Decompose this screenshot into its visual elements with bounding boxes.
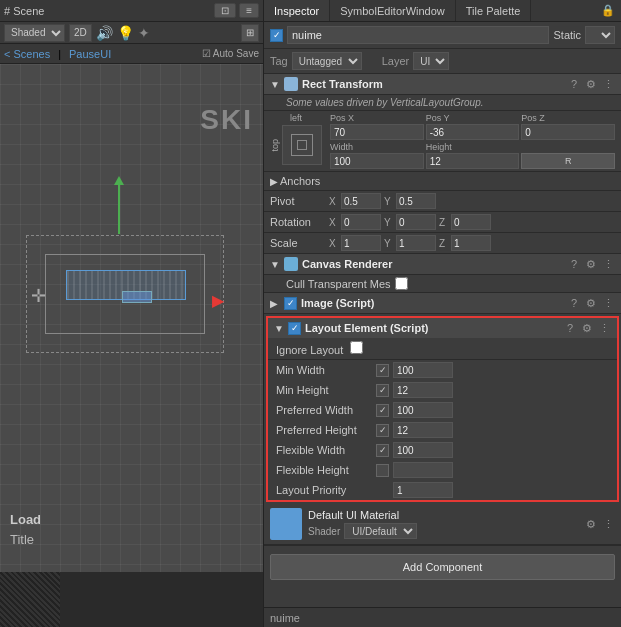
tag-dropdown[interactable]: Untagged	[292, 52, 362, 70]
pos-x-field: Pos X	[330, 113, 424, 140]
layout-element-header[interactable]: ▼ Layout Element (Script) ? ⚙ ⋮	[268, 318, 617, 338]
flexible-width-input[interactable]	[393, 442, 453, 458]
canvas-renderer-header[interactable]: ▼ Canvas Renderer ? ⚙ ⋮	[264, 254, 621, 275]
flexible-height-row: Flexible Height	[268, 460, 617, 480]
image-script-more-icon[interactable]: ⋮	[601, 296, 615, 310]
left-panel: # Scene ⊡ ≡ Shaded 2D 🔊 💡 ✦ ⊞ < Scenes |…	[0, 0, 263, 627]
transform-handle[interactable]: ✛	[31, 285, 46, 307]
pivot-y-label: Y	[384, 196, 394, 207]
layout-element-checkbox[interactable]	[288, 322, 301, 335]
r-button[interactable]: R	[521, 153, 615, 169]
min-height-checkbox[interactable]	[376, 384, 389, 397]
object-inner-rect[interactable]	[66, 270, 186, 300]
r-spacer	[521, 142, 615, 152]
speaker-icon: 🔊	[96, 25, 113, 41]
material-more-icon[interactable]: ⋮	[601, 517, 615, 531]
rect-transform-header[interactable]: ▼ Rect Transform ? ⚙ ⋮	[264, 74, 621, 95]
driven-message: Some values driven by VerticalLayoutGrou…	[264, 95, 621, 111]
pos-z-input[interactable]	[521, 124, 615, 140]
bottom-label-load: Load	[10, 512, 41, 527]
pos-x-input[interactable]	[330, 124, 424, 140]
scale-x-input[interactable]	[341, 235, 381, 251]
image-script-info-icon[interactable]: ?	[567, 296, 581, 310]
pivot-x-label: X	[329, 196, 339, 207]
scale-fields: X Y Z	[329, 235, 615, 251]
flexible-height-label: Flexible Height	[276, 464, 376, 476]
auto-save-checkbox[interactable]: ☑ Auto Save	[202, 48, 259, 59]
2d-button[interactable]: 2D	[69, 24, 92, 42]
scene-object-container[interactable]: ✛ ▶	[45, 254, 205, 334]
ski-label: SKI	[200, 104, 253, 136]
width-input[interactable]	[330, 153, 424, 169]
maximize-button[interactable]: ⊡	[214, 3, 236, 18]
canvas-renderer-info-icon[interactable]: ?	[567, 257, 581, 271]
min-width-checkbox[interactable]	[376, 364, 389, 377]
static-dropdown[interactable]	[585, 26, 615, 44]
pivot-x-input[interactable]	[341, 193, 381, 209]
material-icon	[270, 508, 302, 540]
rect-transform-more-icon[interactable]: ⋮	[601, 77, 615, 91]
preferred-height-input[interactable]	[393, 422, 453, 438]
image-script-header[interactable]: ▶ Image (Script) ? ⚙ ⋮	[264, 293, 621, 314]
height-input[interactable]	[426, 153, 520, 169]
object-name-input[interactable]	[287, 26, 549, 44]
min-height-label: Min Height	[276, 384, 376, 396]
scale-y-input[interactable]	[396, 235, 436, 251]
canvas-renderer-settings-icon[interactable]: ⚙	[584, 257, 598, 271]
pos-y-input[interactable]	[426, 124, 520, 140]
layer-label: Layer	[382, 55, 410, 67]
ignore-layout-checkbox[interactable]	[350, 341, 363, 354]
pivot-y-input[interactable]	[396, 193, 436, 209]
flexible-width-row: Flexible Width	[268, 440, 617, 460]
ignore-layout-label: Ignore Layout	[276, 344, 343, 356]
rotation-z-label: Z	[439, 217, 449, 228]
scenes-link[interactable]: < Scenes	[4, 48, 50, 60]
shading-dropdown[interactable]: Shaded	[4, 24, 65, 42]
min-height-input[interactable]	[393, 382, 453, 398]
rotation-x-input[interactable]	[341, 214, 381, 230]
rotation-z-input[interactable]	[451, 214, 491, 230]
tab-symbol-editor[interactable]: SymbolEditorWindow	[330, 0, 456, 21]
preferred-width-checkbox[interactable]	[376, 404, 389, 417]
flexible-height-checkbox[interactable]	[376, 464, 389, 477]
pause-ui-link[interactable]: PauseUI	[69, 48, 111, 60]
rotation-row: Rotation X Y Z	[264, 212, 621, 233]
pos-x-label: Pos X	[330, 113, 424, 123]
cull-label: Cull Transparent Mes	[286, 278, 391, 290]
layout-element-more-icon[interactable]: ⋮	[597, 321, 611, 335]
layout-element-info-icon[interactable]: ?	[563, 321, 577, 335]
shader-dropdown[interactable]: UI/Default	[344, 523, 417, 539]
tab-tile-palette[interactable]: Tile Palette	[456, 0, 532, 21]
menu-button[interactable]: ≡	[239, 3, 259, 18]
tab-inspector[interactable]: Inspector	[264, 0, 330, 21]
nuime-bottom-bar: nuime	[264, 607, 621, 627]
scale-z-input[interactable]	[451, 235, 491, 251]
image-script-checkbox[interactable]	[284, 297, 297, 310]
flexible-height-input[interactable]	[393, 462, 453, 478]
min-width-input[interactable]	[393, 362, 453, 378]
rotation-y-input[interactable]	[396, 214, 436, 230]
layer-dropdown[interactable]: UI	[413, 52, 449, 70]
preferred-width-input[interactable]	[393, 402, 453, 418]
layout-priority-input[interactable]	[393, 482, 453, 498]
preferred-height-checkbox[interactable]	[376, 424, 389, 437]
layout-element-settings-icon[interactable]: ⚙	[580, 321, 594, 335]
image-script-settings-icon[interactable]: ⚙	[584, 296, 598, 310]
active-checkbox[interactable]	[270, 29, 283, 42]
top-label: top	[270, 139, 280, 152]
rect-transform-info-icon[interactable]: ?	[567, 77, 581, 91]
add-component-button[interactable]: Add Component	[270, 554, 615, 580]
rect-transform-settings-icon[interactable]: ⚙	[584, 77, 598, 91]
anchor-preview[interactable]	[282, 125, 322, 165]
flexible-width-checkbox[interactable]	[376, 444, 389, 457]
material-settings-icon[interactable]: ⚙	[584, 517, 598, 531]
layout-element-title: Layout Element (Script)	[305, 322, 559, 334]
lock-icon[interactable]: 🔒	[595, 0, 621, 21]
anchors-row[interactable]: ▶ Anchors	[264, 172, 621, 191]
scene-view-btn[interactable]: ⊞	[241, 24, 259, 42]
canvas-renderer-icon	[284, 257, 298, 271]
scene-canvas[interactable]: SKI ✛ ▶ Load Title	[0, 64, 263, 627]
flexible-width-label: Flexible Width	[276, 444, 376, 456]
canvas-renderer-more-icon[interactable]: ⋮	[601, 257, 615, 271]
cull-checkbox[interactable]	[395, 277, 408, 290]
